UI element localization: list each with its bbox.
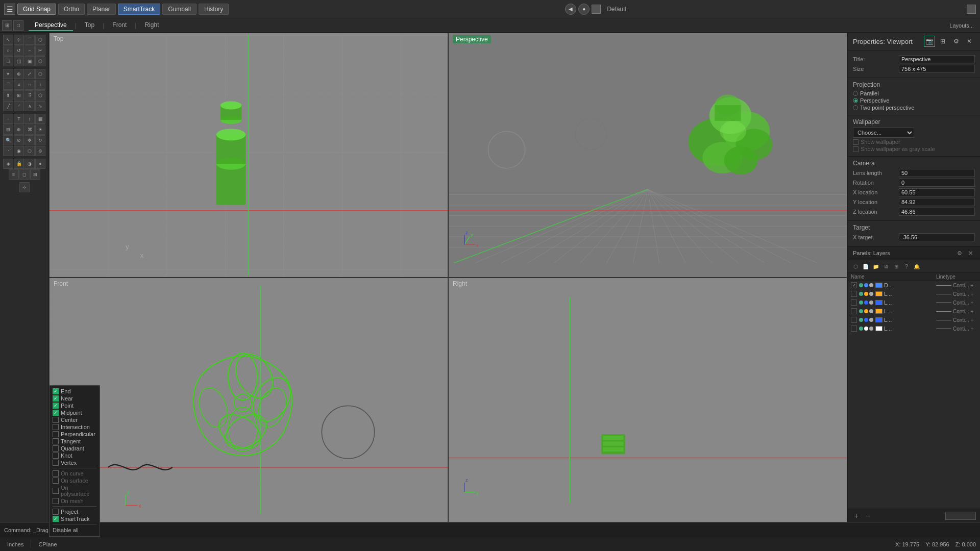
layer-row[interactable]: L... Conti... ÷ (848, 316, 980, 324)
rotate-view-tool[interactable]: ↻ (35, 135, 45, 145)
snap-tangent-check[interactable] (53, 438, 59, 444)
yloc-input[interactable] (899, 198, 975, 206)
group-tool[interactable]: ⬡ (35, 90, 45, 101)
viewport-front[interactable]: Front (49, 278, 448, 522)
extend-tool[interactable]: ↔ (24, 80, 35, 90)
gridsnap-button[interactable]: Grid Snap (17, 4, 56, 15)
extrude-tool[interactable]: ⬆ (3, 90, 13, 101)
layer-check[interactable] (851, 317, 857, 323)
snap-intersection-check[interactable] (53, 424, 59, 430)
layer-add-btn[interactable]: + (852, 511, 861, 520)
snap-vertex[interactable]: Vertex (53, 459, 96, 466)
offset-tool[interactable]: ≡ (14, 80, 24, 90)
layer-tool[interactable]: ≡ (9, 169, 19, 180)
color-square[interactable] (592, 5, 601, 14)
color-tool[interactable]: ◑ (24, 159, 35, 169)
snap-tool[interactable]: ⊕ (14, 124, 24, 135)
dim-tool[interactable]: ↕ (24, 114, 35, 124)
snap-smarttrack[interactable]: ✓ SmartTrack (53, 515, 96, 522)
layer-check[interactable] (851, 291, 857, 297)
snap-center[interactable]: Center (53, 416, 96, 423)
twopoint-radio[interactable]: Two point perspective (853, 105, 975, 111)
materials-tool[interactable]: ◉ (14, 146, 24, 156)
osnap-tool[interactable]: ◈ (3, 159, 13, 169)
rotate-tool[interactable]: ↺ (14, 45, 24, 56)
layouts-button[interactable]: Layouts... (945, 21, 978, 30)
scale-tool[interactable]: ⤢ (24, 69, 35, 79)
snap-quadrant-check[interactable] (53, 445, 59, 452)
layer-color[interactable] (875, 283, 883, 288)
zloc-input[interactable] (899, 208, 975, 216)
layers-close-icon[interactable]: ✕ (966, 248, 975, 258)
viewport-top[interactable]: Top x y (49, 33, 448, 278)
perspective-radio-dot[interactable] (853, 98, 858, 103)
layer-add-icon[interactable]: ⬡ (851, 262, 860, 271)
snap-knot[interactable]: Knot (53, 452, 96, 459)
split-tool[interactable]: ⟂ (35, 80, 45, 90)
select-point-tool[interactable]: ⊹ (14, 35, 24, 45)
layer-grid2-icon[interactable]: ⊞ (892, 262, 901, 271)
text-tool[interactable]: T (14, 114, 24, 124)
move-tool[interactable]: ✦ (3, 69, 13, 79)
rotation-input[interactable] (899, 179, 975, 187)
layer-bell-icon[interactable]: 🔔 (912, 262, 921, 271)
xloc-input[interactable] (899, 188, 975, 196)
array-tool[interactable]: ⠿ (24, 90, 35, 101)
trim-tool[interactable]: ✂ (35, 45, 45, 56)
snap-project[interactable]: Project (53, 508, 96, 515)
layer-help-icon[interactable]: ? (902, 262, 911, 271)
copy-tool[interactable]: ⊕ (14, 69, 24, 79)
surface-tool[interactable]: ◫ (14, 56, 24, 66)
layer-remove-btn[interactable]: − (863, 511, 872, 520)
layer-color[interactable] (875, 326, 883, 331)
snap-point[interactable]: ✓ Point (53, 402, 96, 409)
mirror-tool[interactable]: ⬡ (35, 69, 45, 79)
snap-point-check[interactable]: ✓ (53, 403, 59, 409)
layer-color[interactable] (875, 291, 883, 296)
snap-center-check[interactable] (53, 417, 59, 423)
tab-right[interactable]: Right (138, 20, 165, 31)
app-menu-icon[interactable]: ☰ (4, 4, 15, 15)
snap-smarttrack-check[interactable]: ✓ (53, 516, 59, 522)
tab-front[interactable]: Front (106, 20, 133, 31)
layer-row[interactable]: L... Conti... ÷ (848, 307, 980, 316)
layer-row[interactable]: L... Conti... ÷ (848, 290, 980, 298)
snap-near-check[interactable]: ✓ (53, 395, 59, 402)
perspective-radio[interactable]: Perspective (853, 97, 975, 104)
mesh-tool[interactable]: ⬡ (35, 56, 45, 66)
snap-end-check[interactable]: ✓ (53, 388, 59, 394)
viewport-right[interactable]: Right (448, 278, 847, 522)
layer-folder-icon[interactable]: 📁 (871, 262, 880, 271)
disable-all-btn[interactable]: Disable all (53, 526, 96, 534)
snap-project-check[interactable] (53, 509, 59, 515)
lock-tool[interactable]: 🔒 (14, 159, 24, 169)
render-tool[interactable]: ⬡ (24, 146, 35, 156)
title-input[interactable] (899, 55, 975, 63)
dot-tool[interactable]: ● (35, 159, 45, 169)
snap-near[interactable]: ✓ Near (53, 395, 96, 402)
layer-check[interactable] (851, 299, 857, 306)
viewport-perspective[interactable]: Perspective (448, 33, 847, 278)
extra-tool-1[interactable]: ⊹ (19, 182, 30, 192)
point-tool[interactable]: · (3, 114, 13, 124)
layer-row[interactable]: ✓ D... Conti... ÷ (848, 281, 980, 290)
show-grayscale-row[interactable]: Show wallpaper as gray scale (853, 146, 975, 152)
snap-end[interactable]: ✓ End (53, 388, 96, 395)
fillet-tool[interactable]: ⌒ (3, 80, 13, 90)
tab-icon-single[interactable]: □ (13, 20, 23, 31)
snap-midpoint[interactable]: ✓ Midpoint (53, 409, 96, 416)
pan-tool[interactable]: ✥ (24, 135, 35, 145)
zoom-extent[interactable]: ⊙ (14, 135, 24, 145)
tab-top[interactable]: Top (79, 20, 101, 31)
parallel-radio-dot[interactable] (853, 91, 858, 96)
solid-tool[interactable]: ▣ (24, 56, 35, 66)
show-wallpaper-row[interactable]: Show wallpaper (853, 139, 975, 145)
block-tool[interactable]: ◻ (19, 169, 30, 180)
layer-check[interactable] (851, 308, 857, 314)
snap-perp-check[interactable] (53, 431, 59, 437)
zoom-tool[interactable]: 🔍 (3, 135, 13, 145)
grid-icon[interactable]: ⊞ (937, 36, 948, 47)
gumball-button[interactable]: Gumball (162, 4, 197, 15)
layer-check[interactable]: ✓ (851, 282, 857, 288)
zoom-out-btn[interactable]: ◀ (565, 4, 576, 15)
